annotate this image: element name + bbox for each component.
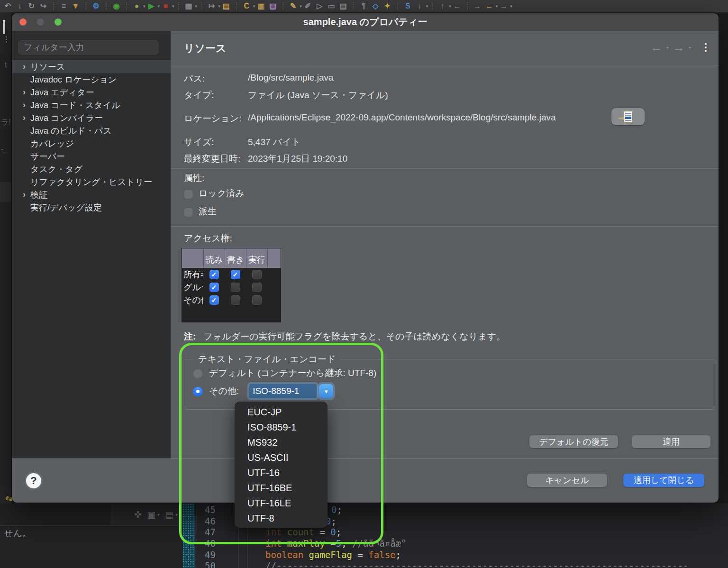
toolbar-icon[interactable]: → (472, 0, 483, 12)
open-console-icon[interactable]: ▤ (165, 509, 173, 520)
encoding-option[interactable]: UTF-16 (235, 465, 328, 480)
toolbar-button[interactable]: ▤ ▾ (267, 0, 279, 12)
permission-checkbox[interactable]: ✓ (209, 295, 219, 305)
toolbar-button[interactable]: ▤ ▾ (337, 0, 349, 12)
traffic-light-button[interactable] (37, 18, 44, 26)
toolbar-icon[interactable]: ▼ (70, 0, 82, 12)
toolbar-button[interactable]: → ▾ (498, 0, 512, 12)
toolbar-icon[interactable]: ↓ (14, 0, 26, 12)
toolbar-button[interactable]: C ▾ (232, 0, 255, 12)
encoding-option[interactable]: EUC-JP (235, 404, 328, 420)
combo-dropdown-button[interactable]: ▾ (319, 384, 333, 398)
show-in-system-explorer-button[interactable]: → (611, 108, 645, 125)
toolbar-icon[interactable]: ← (451, 0, 463, 12)
chevron-right-icon[interactable]: › (19, 62, 29, 72)
toolbar-button[interactable]: ■ ▾ (160, 0, 174, 12)
toolbar-button[interactable]: ▭ ▾ (326, 0, 337, 12)
sidebar-item[interactable]: › タスク・タグ (12, 163, 171, 175)
chevron-right-icon[interactable]: › (19, 87, 29, 97)
toolbar-icon[interactable]: ▭ (326, 0, 337, 12)
back-arrow-icon[interactable]: ← (650, 41, 663, 54)
permission-checkbox[interactable]: ✓ (209, 270, 219, 279)
chevron-right-icon[interactable]: › (19, 100, 29, 110)
toolbar-icon[interactable]: C (241, 0, 253, 12)
encoding-option[interactable]: US-ASCII (235, 450, 328, 465)
sidebar-item[interactable]: › リソース (12, 60, 171, 73)
restore-defaults-button[interactable]: デフォルトの復元 (529, 435, 618, 448)
toolbar-button[interactable]: ↪ ▾ (37, 0, 49, 12)
toolbar-icon[interactable]: ▶ (146, 0, 157, 12)
sidebar-item[interactable]: › Java のビルド・パス (12, 124, 171, 137)
toolbar-icon[interactable]: ¶ (358, 0, 370, 12)
toolbar-icon[interactable]: ▦ (183, 0, 195, 12)
toolbar-button[interactable]: ≡ ▾ (49, 0, 70, 12)
toolbar-icon[interactable]: ✐ (302, 0, 314, 12)
toolbar-icon[interactable]: ✦ (382, 0, 393, 12)
toolbar-icon[interactable]: ⚙ (90, 0, 102, 12)
derived-checkbox-row[interactable]: 派生 (184, 205, 217, 218)
toolbar-icon[interactable]: ↑ (437, 0, 448, 12)
view-menu-icon[interactable]: ⋮ (701, 41, 711, 54)
toolbar-button[interactable]: ▤ ▾ (220, 0, 232, 12)
toolbar-button[interactable]: ◇ ▾ (370, 0, 382, 12)
toolbar-button[interactable]: ✎ ▾ (279, 0, 302, 12)
sidebar-item[interactable]: › Java エディター (12, 86, 171, 99)
chevron-down-icon[interactable]: ▾ (510, 4, 512, 9)
sidebar-item[interactable]: › Javadoc ロケーション (12, 73, 171, 86)
radio-unselected[interactable] (193, 368, 203, 378)
permission-checkbox[interactable]: ✓ (231, 270, 240, 279)
chevron-down-icon[interactable]: ▾ (175, 512, 178, 517)
toolbar-icon[interactable]: ≡ (58, 0, 70, 12)
toolbar-icon[interactable]: ■ (160, 0, 172, 12)
permission-checkbox[interactable]: ✓ (231, 295, 240, 305)
permission-checkbox[interactable]: ✓ (252, 283, 262, 292)
sidebar-item[interactable]: › Java コード・スタイル (12, 99, 171, 111)
chevron-down-icon[interactable]: ▾ (666, 45, 669, 50)
permission-checkbox[interactable]: ✓ (252, 270, 262, 279)
toolbar-button[interactable]: → ▾ (463, 0, 483, 12)
encoding-option[interactable]: UTF-16BE (235, 480, 328, 495)
checkbox-unchecked[interactable] (184, 189, 193, 198)
toolbar-button[interactable]: ¶ ▾ (349, 0, 370, 12)
toolbar-button[interactable]: ● ▾ (122, 0, 146, 12)
radio-selected[interactable] (193, 386, 203, 396)
toolbar-button[interactable]: ← ▾ (451, 0, 463, 12)
toolbar-icon[interactable]: ▤ (267, 0, 279, 12)
chevron-down-icon[interactable]: ▾ (689, 45, 691, 50)
cancel-button[interactable]: キャンセル (527, 474, 607, 487)
forward-arrow-icon[interactable]: → (673, 41, 685, 54)
combo-value[interactable]: ISO-8859-1 (249, 384, 317, 398)
toolbar-button[interactable]: ▼ ▾ (70, 0, 82, 12)
toolbar-icon[interactable]: ↪ (37, 0, 49, 12)
encoding-option[interactable]: MS932 (235, 435, 328, 450)
default-encoding-radio-row[interactable]: デフォルト (コンテナーから継承: UTF-8) (193, 367, 376, 379)
editor-overview-ruler[interactable] (182, 504, 195, 568)
toolbar-button[interactable]: ▷ ▾ (314, 0, 326, 12)
pin-console-icon[interactable]: ✜ (134, 509, 142, 520)
toolbar-icon[interactable]: ← (483, 0, 495, 12)
filter-input[interactable] (18, 40, 158, 55)
toolbar-icon[interactable]: ↓ (414, 0, 426, 12)
toolbar-icon[interactable]: ✎ (287, 0, 299, 12)
sidebar-item[interactable]: › サーバー (12, 150, 171, 163)
traffic-light-button[interactable] (55, 18, 62, 26)
checkbox-unchecked[interactable] (184, 207, 193, 216)
toolbar-icon[interactable]: ▥ (255, 0, 267, 12)
toolbar-icon[interactable]: ↦ (206, 0, 218, 12)
toolbar-icon[interactable]: ▤ (220, 0, 232, 12)
sidebar-item[interactable]: › Java コンパイラー (12, 111, 171, 124)
chevron-right-icon[interactable]: › (19, 113, 29, 123)
help-button[interactable]: ? (26, 473, 41, 488)
toolbar-button[interactable]: ↶ ▾ (2, 0, 14, 12)
encoding-option[interactable]: UTF-8 (235, 511, 328, 526)
encoding-option[interactable]: ISO-8859-1 (235, 420, 328, 435)
sidebar-item[interactable]: › リファクタリング・ヒストリー (12, 175, 171, 188)
toolbar-icon[interactable]: ● (131, 0, 143, 12)
apply-and-close-button[interactable]: 適用して閉じる (623, 474, 704, 487)
encoding-option[interactable]: UTF-16LE (235, 495, 328, 511)
toolbar-button[interactable]: ↓ ▾ (14, 0, 26, 12)
sidebar-item[interactable]: › 実行/デバッグ設定 (12, 201, 171, 214)
toolbar-button[interactable]: ↓ ▾ (414, 0, 428, 12)
chevron-down-icon[interactable]: ▾ (157, 512, 160, 517)
toolbar-button[interactable]: ▶ ▾ (146, 0, 160, 12)
